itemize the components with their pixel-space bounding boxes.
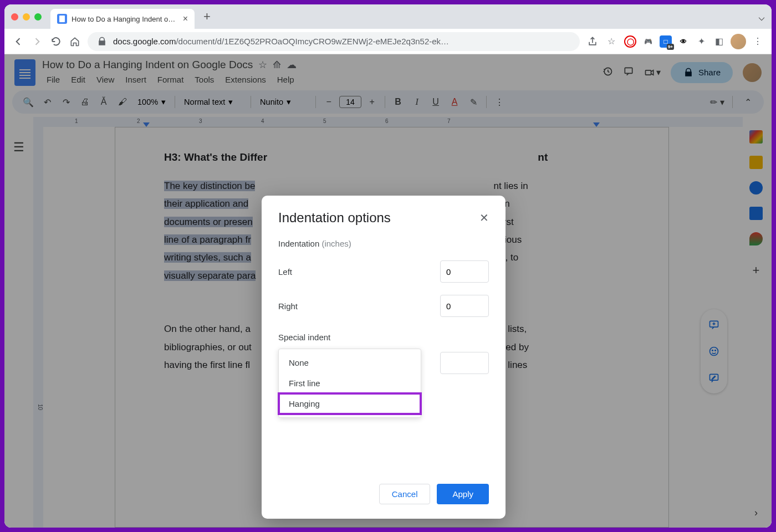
extensions-area: ◯ 🎮 □9+ 👁 ✦ ◧ ⋮: [624, 34, 764, 49]
url-host: docs.google.com: [113, 37, 176, 46]
ublock-icon[interactable]: ◯: [624, 35, 636, 48]
browser-tab[interactable]: How to Do a Hanging Indent o… ×: [50, 9, 195, 29]
url-field[interactable]: docs.google.com/document/d/1EZ6Q52PROaOQ…: [88, 32, 580, 51]
right-indent-input[interactable]: [440, 295, 489, 317]
browser-menu-icon[interactable]: ⋮: [752, 35, 764, 48]
browser-tab-bar: How to Do a Hanging Indent o… × + ⌵: [4, 4, 772, 29]
bookmark-icon[interactable]: ☆: [605, 35, 617, 48]
extensions-puzzle-icon[interactable]: ✦: [695, 35, 707, 48]
address-bar: docs.google.com/document/d/1EZ6Q52PROaOQ…: [4, 29, 772, 54]
indentation-section-label: Indentation (inches): [278, 239, 489, 248]
option-first-line[interactable]: First line: [279, 373, 421, 393]
left-indent-input[interactable]: [440, 260, 489, 283]
window-controls: [11, 13, 42, 21]
home-button[interactable]: [69, 35, 81, 48]
reload-button[interactable]: [50, 35, 62, 48]
docs-app: How to Do a Hanging Indent on Google Doc…: [4, 54, 772, 528]
option-none[interactable]: None: [279, 352, 421, 373]
eye-icon[interactable]: 👁: [677, 35, 690, 48]
left-indent-label: Left: [278, 267, 292, 277]
cancel-button[interactable]: Cancel: [379, 484, 431, 504]
apply-button[interactable]: Apply: [437, 484, 489, 504]
sidepanel-icon[interactable]: ◧: [713, 35, 725, 48]
tab-overflow-icon[interactable]: ⌵: [758, 10, 765, 23]
right-indent-label: Right: [278, 301, 298, 311]
extension-icon-2[interactable]: □9+: [660, 35, 672, 48]
special-indent-value-input[interactable]: [440, 352, 489, 374]
tab-title: How to Do a Hanging Indent o…: [72, 15, 175, 23]
forward-button: [31, 35, 43, 48]
docs-favicon: [57, 14, 67, 24]
share-icon[interactable]: [586, 35, 599, 48]
profile-avatar[interactable]: [731, 34, 746, 49]
special-indent-label: Special indent: [278, 332, 489, 342]
modal-close-icon[interactable]: ✕: [479, 211, 489, 224]
close-window[interactable]: [11, 13, 18, 21]
option-hanging[interactable]: Hanging: [279, 393, 421, 414]
modal-title: Indentation options: [278, 210, 391, 226]
back-button[interactable]: [12, 35, 24, 48]
maximize-window[interactable]: [34, 13, 42, 21]
url-path: /document/d/1EZ6Q52PROaOQImcyCRO9wZENWj2…: [176, 37, 449, 46]
special-indent-dropdown: None First line Hanging: [278, 349, 421, 418]
tab-close-icon[interactable]: ×: [183, 14, 188, 24]
lock-icon: [96, 36, 108, 47]
minimize-window[interactable]: [23, 13, 30, 21]
extension-icon-1[interactable]: 🎮: [642, 35, 654, 48]
new-tab-button[interactable]: +: [203, 9, 211, 24]
indentation-modal: Indentation options ✕ Indentation (inche…: [262, 196, 506, 519]
